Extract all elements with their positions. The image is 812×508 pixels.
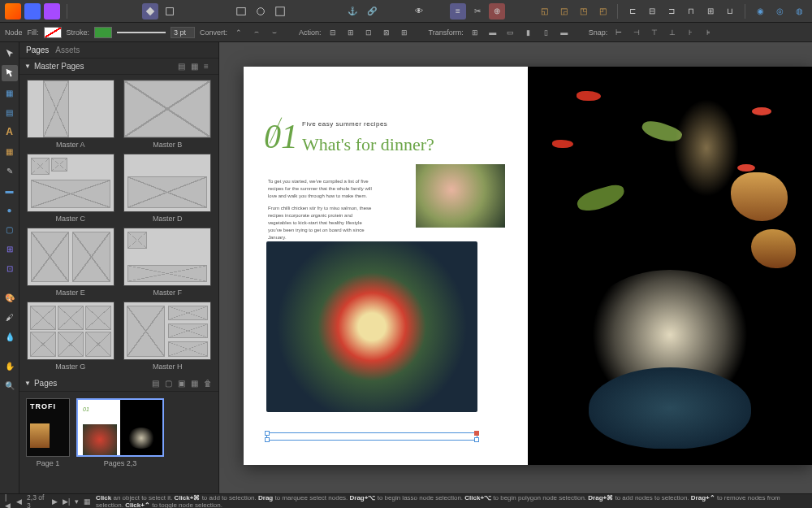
snap-3-icon[interactable]: ⊤ (648, 26, 661, 39)
stroke-width-input[interactable] (171, 27, 195, 38)
stroke-swatch[interactable] (94, 27, 112, 38)
pages-2-3-item[interactable]: Pages 2,3 (76, 398, 164, 467)
transform-1-icon[interactable]: ⊞ (469, 26, 482, 39)
persona-photo-icon[interactable] (44, 3, 60, 20)
master-d-item[interactable]: Master D (122, 154, 214, 223)
master-c-item[interactable]: Master C (24, 154, 117, 223)
arrange-front-icon[interactable]: ◰ (594, 3, 611, 20)
link-icon[interactable]: 🔗 (364, 3, 380, 20)
transform-6-icon[interactable]: ▬ (558, 26, 571, 39)
disclosure-triangle-icon[interactable]: ▼ (24, 63, 31, 70)
transform-2-icon[interactable]: ▬ (486, 26, 499, 39)
action-join-icon[interactable]: ⊠ (380, 26, 393, 39)
selected-text-frame[interactable] (266, 432, 477, 441)
action-reverse-icon[interactable]: ⊞ (398, 26, 411, 39)
table-tool-icon[interactable]: ▦ (2, 143, 18, 159)
picture-frame-tool-icon[interactable]: ⊞ (2, 241, 18, 257)
pages-opt3-icon[interactable]: ▣ (178, 379, 188, 389)
recipe-title[interactable]: What's for dinner? (302, 134, 503, 155)
anchor-icon[interactable]: ⚓ (344, 3, 361, 20)
persona-designer-icon[interactable] (24, 3, 41, 20)
insert-image-icon[interactable] (233, 3, 249, 20)
tab-assets[interactable]: Assets (55, 46, 80, 54)
fill-swatch[interactable] (44, 27, 62, 38)
snap-4-icon[interactable]: ⊥ (666, 26, 679, 39)
pages-header-row[interactable]: ▼ Pages ▤ ▢ ▣ ▦ 🗑 (19, 376, 218, 392)
view-mode-icon[interactable] (142, 3, 158, 20)
recipe-body[interactable]: To get you started, we've compiled a lis… (268, 178, 374, 241)
last-page-icon[interactable]: ▶| (63, 497, 70, 506)
pages-opt1-icon[interactable]: ▤ (152, 379, 162, 389)
master-options-icon[interactable]: ▤ (178, 62, 188, 72)
align-right-icon[interactable]: ⊐ (663, 3, 680, 20)
pages-delete-icon[interactable]: 🗑 (204, 379, 214, 389)
master-pages-header[interactable]: ▼ Master Pages ▤ ▦ ≡ (19, 59, 218, 75)
fill-tool-icon[interactable]: 🎨 (2, 289, 18, 306)
stroke-preview[interactable] (117, 32, 166, 33)
disclosure-triangle-icon[interactable]: ▼ (24, 380, 31, 387)
arrange-backward-icon[interactable]: ◲ (555, 3, 572, 20)
page-1-item[interactable]: TROFI Page 1 (26, 398, 70, 467)
transform-3-icon[interactable]: ▭ (504, 26, 517, 39)
action-smooth-icon[interactable]: ⊡ (362, 26, 375, 39)
tab-pages[interactable]: Pages (26, 46, 49, 54)
bowl-image[interactable] (266, 241, 477, 412)
preview-icon[interactable]: 👁 (411, 3, 427, 20)
color-picker-tool-icon[interactable]: 💧 (2, 328, 18, 345)
recipe-kicker[interactable]: Five easy summer recipes (302, 120, 503, 128)
clip-icon[interactable]: ✂ (469, 3, 486, 20)
move-tool-icon[interactable] (2, 46, 18, 62)
insert-shape-icon[interactable] (253, 3, 269, 20)
boolean-intersect-icon[interactable]: ◍ (791, 3, 807, 20)
next-page-icon[interactable]: ▶ (52, 497, 58, 506)
align-bottom-icon[interactable]: ⊔ (722, 3, 738, 20)
prev-page-icon[interactable]: ◀ (16, 497, 22, 506)
master-f-item[interactable]: Master F (122, 228, 214, 297)
page-right[interactable] (528, 67, 812, 465)
convert-smooth-icon[interactable]: ⌢ (250, 26, 263, 39)
align-center-icon[interactable]: ⊟ (644, 3, 660, 20)
spread[interactable]: 01 Five easy summer recipes What's for d… (244, 67, 812, 465)
arrange-forward-icon[interactable]: ◳ (575, 3, 591, 20)
align-left-icon[interactable]: ⊏ (624, 3, 641, 20)
master-g-item[interactable]: Master G (24, 302, 117, 371)
transform-5-icon[interactable]: ▯ (540, 26, 553, 39)
convert-smart-icon[interactable]: ⌣ (268, 26, 281, 39)
page-left[interactable]: 01 Five easy summer recipes What's for d… (244, 67, 528, 465)
pages-opt2-icon[interactable]: ▢ (165, 379, 175, 389)
master-h-item[interactable]: Master H (122, 302, 214, 371)
action-close-icon[interactable]: ⊞ (344, 26, 357, 39)
pen-tool-icon[interactable]: ✎ (2, 163, 18, 179)
master-b-item[interactable]: Master B (122, 80, 214, 149)
page-menu-icon[interactable]: ▾ (75, 497, 79, 506)
snap-1-icon[interactable]: ⊢ (612, 26, 625, 39)
text-tool-icon[interactable]: ▦ (2, 85, 18, 101)
canvas[interactable]: 01 Five easy summer recipes What's for d… (219, 42, 812, 493)
ellipse-tool-icon[interactable]: ● (2, 202, 18, 218)
align-top-icon[interactable]: ⊓ (683, 3, 699, 20)
selection-handle-icon[interactable] (474, 431, 479, 436)
boolean-subtract-icon[interactable]: ◎ (771, 3, 788, 20)
master-menu-icon[interactable]: ≡ (204, 62, 214, 72)
frame-text-tool-icon[interactable]: ▤ (2, 104, 18, 120)
rounded-rect-tool-icon[interactable]: ▢ (2, 221, 18, 237)
align-middle-icon[interactable]: ⊞ (702, 3, 719, 20)
snap-icon[interactable]: ⊕ (489, 3, 505, 20)
vector-crop-tool-icon[interactable]: ⊡ (2, 260, 18, 276)
view-mode2-icon[interactable] (162, 3, 178, 20)
pan-tool-icon[interactable]: ✋ (2, 358, 18, 374)
insert-text-icon[interactable] (272, 3, 288, 20)
boolean-add-icon[interactable]: ◉ (752, 3, 768, 20)
first-page-icon[interactable]: |◀ (5, 493, 11, 509)
rectangle-tool-icon[interactable]: ▬ (2, 182, 18, 198)
spread-view-icon[interactable]: ▦ (84, 497, 91, 506)
selection-handle-icon[interactable] (265, 437, 270, 442)
master-a-item[interactable]: Master A (24, 80, 117, 149)
recipe-number[interactable]: 01 (264, 117, 298, 156)
snap-6-icon[interactable]: ⊧ (702, 26, 715, 39)
artistic-text-tool-icon[interactable]: A (2, 124, 18, 140)
snap-2-icon[interactable]: ⊣ (630, 26, 643, 39)
master-add-icon[interactable]: ▦ (191, 62, 201, 72)
snap-5-icon[interactable]: ⊦ (684, 26, 697, 39)
baseline-icon[interactable]: ≡ (450, 3, 466, 20)
